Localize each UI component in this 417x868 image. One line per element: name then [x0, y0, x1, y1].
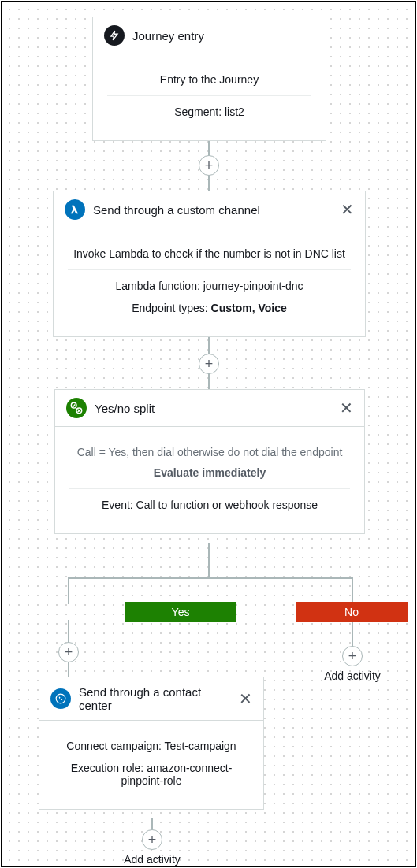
event-text: Event: Call to function or webhook respo… — [69, 489, 350, 521]
add-activity-button[interactable]: + — [342, 646, 363, 666]
connector — [68, 577, 353, 579]
split-icon — [66, 398, 87, 418]
custom-channel-desc: Invoke Lambda to check if the number is … — [68, 238, 351, 269]
connector — [68, 577, 69, 604]
card-header: Send through a contact center ✕ — [39, 677, 263, 721]
lambda-function: Lambda function: journey-pinpoint-dnc — [68, 270, 351, 297]
connector — [208, 543, 210, 579]
evaluate-text: Evaluate immediately — [69, 466, 350, 488]
yes-branch-label: Yes — [125, 602, 236, 622]
phone-icon — [50, 688, 71, 709]
card-title: Send through a custom channel — [93, 203, 333, 217]
endpoint-label: Endpoint types: — [132, 302, 210, 314]
card-title: Yes/no split — [95, 402, 332, 415]
connector — [352, 620, 353, 647]
card-body: Connect campaign: Test-campaign Executio… — [39, 721, 263, 809]
card-title: Journey entry — [132, 29, 315, 43]
endpoint-types: Endpoint types: Custom, Voice — [68, 297, 351, 324]
add-activity-button[interactable]: + — [142, 829, 162, 850]
no-branch-label: No — [296, 602, 408, 622]
card-header: Journey entry — [93, 17, 326, 54]
close-icon[interactable]: ✕ — [341, 202, 354, 217]
card-body: Call = Yes, then dial otherwise do not d… — [55, 427, 364, 533]
card-header: Send through a custom channel ✕ — [54, 191, 365, 228]
close-icon[interactable]: ✕ — [340, 400, 353, 416]
add-activity-label: Add activity — [324, 670, 381, 682]
svg-point-2 — [56, 694, 65, 703]
journey-entry-icon — [104, 25, 125, 46]
card-body: Invoke Lambda to check if the number is … — [54, 228, 365, 336]
contact-center-card[interactable]: Send through a contact center ✕ Connect … — [39, 677, 264, 810]
endpoint-value: Custom, Voice — [211, 302, 287, 314]
lambda-icon — [65, 199, 85, 220]
segment-text: Segment: list2 — [107, 96, 311, 128]
split-condition: Call = Yes, then dial otherwise do not d… — [69, 436, 350, 466]
yesno-split-card[interactable]: Yes/no split ✕ Call = Yes, then dial oth… — [54, 389, 365, 534]
add-node-button[interactable]: + — [199, 155, 219, 176]
add-node-button[interactable]: + — [199, 354, 219, 374]
card-body: Entry to the Journey Segment: list2 — [93, 54, 326, 140]
connector — [352, 577, 353, 604]
card-title: Send through a contact center — [79, 685, 231, 712]
execution-role: Execution role: amazon-connect-pinpoint-… — [54, 757, 249, 796]
connect-campaign: Connect campaign: Test-campaign — [54, 730, 249, 757]
card-header: Yes/no split ✕ — [55, 390, 364, 427]
add-activity-label: Add activity — [124, 853, 181, 866]
custom-channel-card[interactable]: Send through a custom channel ✕ Invoke L… — [53, 191, 366, 337]
add-node-button[interactable]: + — [58, 642, 79, 662]
close-icon[interactable]: ✕ — [239, 691, 252, 707]
entry-text: Entry to the Journey — [107, 64, 311, 95]
journey-canvas[interactable]: Yes No + + + + Add activity + Add activi… — [1, 1, 416, 867]
journey-entry-card[interactable]: Journey entry Entry to the Journey Segme… — [92, 17, 326, 141]
